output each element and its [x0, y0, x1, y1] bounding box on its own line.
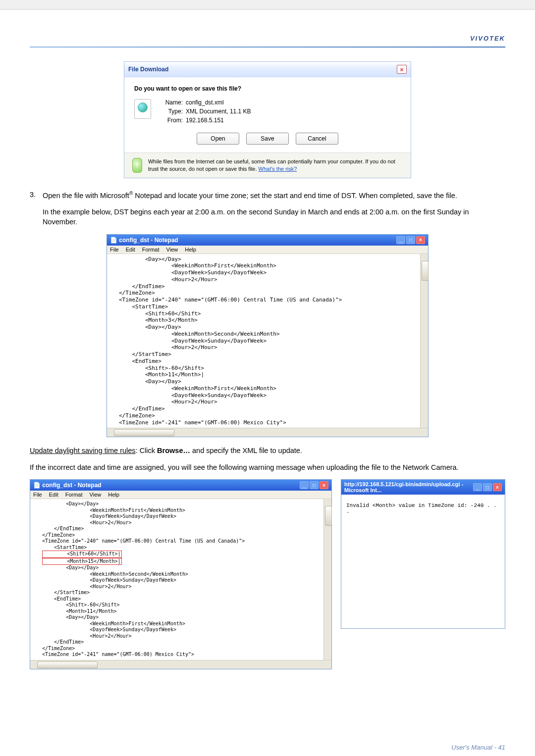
- dialog-footer: ? While files from the Internet can be u…: [124, 152, 411, 178]
- step-number: 3.: [30, 190, 40, 201]
- close-icon[interactable]: ×: [397, 65, 407, 74]
- minimize-icon[interactable]: _: [473, 483, 482, 491]
- name-value: config_dst.xml: [186, 99, 251, 106]
- type-value: XML Document, 11.1 KB: [186, 108, 251, 115]
- file-download-wrap: File Download × Do you want to open or s…: [30, 61, 505, 178]
- update-para: Update daylight saving time rules: Click…: [30, 446, 505, 456]
- menu-file[interactable]: File: [110, 247, 119, 252]
- maximize-icon[interactable]: □: [406, 236, 415, 244]
- window-buttons: _ □ ×: [473, 483, 502, 491]
- highlighted-month: <Month>15</Month>|: [42, 558, 122, 565]
- close-icon[interactable]: ×: [416, 236, 425, 244]
- ie-error-text: Invalid <Month> value in TimeZone id: -2…: [346, 503, 497, 514]
- cancel-button[interactable]: Cancel: [296, 133, 338, 145]
- menu-format[interactable]: Format: [65, 492, 83, 498]
- menu-file[interactable]: File: [33, 492, 42, 498]
- notepad-text[interactable]: <Day></Day> <WeekinMonth>First</WeekinMo…: [30, 499, 331, 660]
- from-value: 192.168.5.151: [186, 117, 251, 124]
- notepad-wrap-1: 📄 config_dst - Notepad _ □ × File Edit F…: [30, 234, 505, 438]
- incorrect-para: If the incorrect date and time are assig…: [30, 463, 505, 473]
- notepad-title-text: config_dst - Notepad: [119, 237, 178, 244]
- notepad-title: 📄 config_dst - Notepad: [33, 482, 102, 489]
- menu-edit[interactable]: Edit: [126, 247, 135, 252]
- close-icon[interactable]: ×: [493, 483, 502, 491]
- footer-text: User's Manual -: [451, 744, 498, 751]
- dialog-titlebar: File Download ×: [124, 62, 411, 77]
- menu-help[interactable]: Help: [185, 247, 196, 252]
- dialog-info-row: Name: config_dst.xml Type: XML Document,…: [134, 99, 401, 124]
- scrollbar-horizontal[interactable]: [107, 428, 428, 437]
- notepad-title: 📄 config_dst - Notepad: [110, 237, 178, 244]
- scrollbar-vertical[interactable]: [323, 499, 331, 660]
- menu-view[interactable]: View: [166, 247, 178, 252]
- dialog-title: File Download: [128, 66, 168, 73]
- notepad-text[interactable]: <Day></Day> <WeekinMonth>First</WeekinMo…: [107, 254, 428, 428]
- np2-b: <Day></Day> <WeekinMonth>Second</WeekinM…: [42, 565, 194, 657]
- update-b: : Click: [136, 447, 158, 454]
- notepad-titlebar: 📄 config_dst - Notepad _ □ ×: [107, 235, 428, 246]
- dialog-footer-text: While files from the Internet can be use…: [148, 158, 403, 173]
- notepad-window-1: 📄 config_dst - Notepad _ □ × File Edit F…: [107, 234, 428, 438]
- notepad-menu: File Edit Format View Help: [107, 246, 428, 254]
- close-icon[interactable]: ×: [320, 481, 328, 489]
- page-content: File Download × Do you want to open or s…: [30, 61, 505, 669]
- brand-label: VIVOTEK: [470, 35, 505, 42]
- scrollbar-horizontal[interactable]: [30, 660, 331, 669]
- from-label: From:: [158, 117, 183, 124]
- notepad-window-2: 📄 config_dst - Notepad _ □ × File Edit F…: [30, 479, 332, 669]
- maximize-icon[interactable]: □: [310, 481, 319, 489]
- update-c: and specify the XML file to update.: [190, 447, 302, 454]
- browse-label: Browse…: [157, 447, 190, 454]
- step-text: Open the file with Microsoft® Notepad an…: [43, 190, 457, 201]
- example-para: In the example below, DST begins each ye…: [30, 207, 505, 227]
- page-footer: User's Manual - 41: [451, 744, 505, 751]
- scrollbar-vertical[interactable]: [420, 254, 428, 428]
- minimize-icon[interactable]: _: [396, 236, 405, 244]
- np2-a: <Day></Day> <WeekinMonth>First</WeekinMo…: [42, 501, 245, 550]
- notepad-menu: File Edit Format View Help: [30, 491, 331, 499]
- minimize-icon[interactable]: _: [300, 481, 309, 489]
- maximize-icon[interactable]: □: [483, 483, 492, 491]
- ie-title-text: http://192.168.5.121/cgi-bin/admin/uploa…: [344, 481, 473, 493]
- notepad-title-text: config_dst - Notepad: [42, 482, 101, 489]
- dialog-body: Do you want to open or save this file? N…: [124, 77, 411, 152]
- ie-error-window: http://192.168.5.121/cgi-bin/admin/uploa…: [341, 479, 505, 629]
- menu-view[interactable]: View: [90, 492, 102, 498]
- notepad-body: <Day></Day> <WeekinMonth>First</WeekinMo…: [107, 254, 428, 437]
- footer-page-number: 41: [498, 744, 505, 751]
- error-row: 📄 config_dst - Notepad _ □ × File Edit F…: [30, 479, 505, 669]
- window-buttons: _ □ ×: [300, 481, 328, 489]
- update-underline: Update daylight saving time rules: [30, 447, 136, 454]
- brand-divider: [30, 47, 505, 48]
- name-label: Name:: [158, 99, 183, 106]
- menu-edit[interactable]: Edit: [49, 492, 58, 498]
- ie-body: Invalid <Month> value in TimeZone id: -2…: [341, 495, 505, 628]
- notepad-titlebar: 📄 config_dst - Notepad _ □ ×: [30, 480, 331, 491]
- file-download-dialog: File Download × Do you want to open or s…: [124, 61, 411, 178]
- window-buttons: _ □ ×: [396, 236, 425, 244]
- save-button[interactable]: Save: [246, 133, 289, 145]
- type-label: Type:: [158, 108, 183, 115]
- document-page: VIVOTEK File Download × Do you want to o…: [0, 10, 535, 756]
- menu-format[interactable]: Format: [142, 247, 160, 252]
- highlighted-shift: <Shift>60</Shift>|: [42, 551, 122, 558]
- step3-a: Open the file with Microsoft: [43, 192, 129, 200]
- whats-the-risk-link[interactable]: What's the risk?: [259, 166, 297, 172]
- menu-help[interactable]: Help: [108, 492, 119, 498]
- open-button[interactable]: Open: [197, 133, 239, 145]
- step-3: 3. Open the file with Microsoft® Notepad…: [30, 190, 505, 201]
- notepad-body: <Day></Day> <WeekinMonth>First</WeekinMo…: [30, 499, 331, 669]
- dialog-buttons: Open Save Cancel: [134, 133, 401, 145]
- dialog-kv: Name: config_dst.xml Type: XML Document,…: [158, 99, 251, 124]
- ie-titlebar: http://192.168.5.121/cgi-bin/admin/uploa…: [341, 480, 505, 495]
- dialog-question: Do you want to open or save this file?: [134, 85, 401, 92]
- shield-icon: ?: [132, 158, 142, 173]
- step3-b: Notepad and locate your time zone; set t…: [133, 192, 457, 200]
- file-icon: [134, 99, 151, 119]
